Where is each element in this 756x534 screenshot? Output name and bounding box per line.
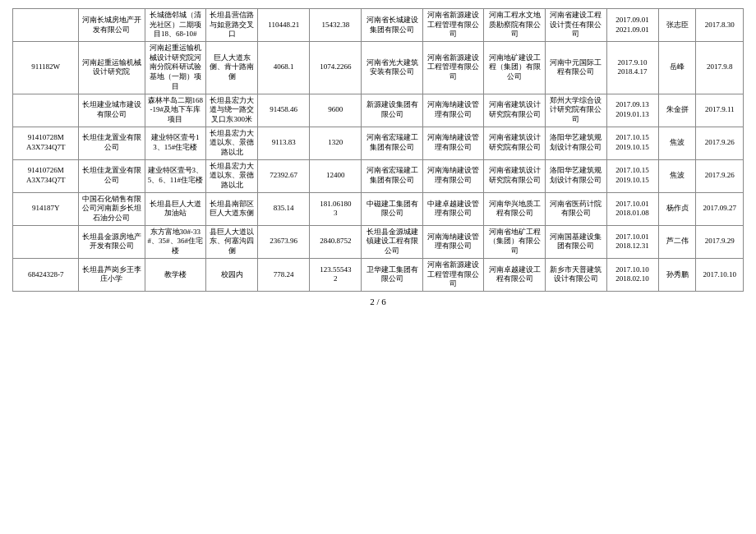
table-cell: 校园内 bbox=[206, 258, 258, 291]
table-cell: 建业特区壹号3、5、6、11#住宅楼 bbox=[145, 159, 206, 192]
table-cell: 911182W bbox=[13, 42, 79, 94]
table-cell: 2017.10.01 2018.01.08 bbox=[606, 192, 658, 225]
table-cell: 长坦县宏力大道与绕一路交叉口东300米 bbox=[206, 94, 258, 127]
table-cell bbox=[13, 9, 79, 42]
table-cell: 巨人大道东侧、肯十路南侧 bbox=[206, 42, 258, 94]
table-cell: 长坦县金源城建镇建设工程有限公司 bbox=[362, 225, 423, 258]
table-cell: 中建卓越建设管理有限公司 bbox=[422, 192, 484, 225]
table-row: 914187Y中国石化销售有限公司河南新乡长坦石油分公司长坦县巨人大道加油站长坦… bbox=[13, 192, 744, 225]
table-cell: 森林半岛二期168-19#及地下车库项目 bbox=[145, 94, 206, 127]
table-cell: 河南华兴地质工程有限公司 bbox=[484, 192, 546, 225]
table-cell: 河南工程水文地质勘察院有限公司 bbox=[484, 9, 546, 42]
table-cell: 2840.8752 bbox=[310, 225, 362, 258]
table-cell: 72392.67 bbox=[258, 159, 310, 192]
table-cell: 长坦佳龙置业有限公司 bbox=[79, 127, 145, 159]
table-cell: 长坦县宏力大道以东、景德路以北 bbox=[206, 159, 258, 192]
table-cell: 河南卓越建设工程有限公司 bbox=[484, 258, 546, 291]
table-row: 911182W河南起重运输机械设计研究院河南起重运输机械设计研究院河南分院科研试… bbox=[13, 42, 744, 94]
table-cell: 河南省新源建设工程管理有限公司 bbox=[422, 42, 484, 94]
page-container: 河南长城房地产开发有限公司长城德邻城（清光社区）二期项目18、68-10#长坦县… bbox=[0, 0, 756, 534]
table-cell: 县巨人大道以东、何塞沟四侧 bbox=[206, 225, 258, 258]
table-cell: 835.14 bbox=[258, 192, 310, 225]
table-cell: 长坦佳龙置业有限公司 bbox=[79, 159, 145, 192]
table-cell: 河南起重运输机械设计研究院河南分院科研试验基地（一期）项目 bbox=[145, 42, 206, 94]
table-cell: 长坦县宏力大道以东、景德路以北 bbox=[206, 127, 258, 159]
table-cell: 2017.9.29 bbox=[696, 225, 744, 258]
table-cell: 778.24 bbox=[258, 258, 310, 291]
table-row: 68424328-7长坦县芦岗乡王李庄小学教学楼校园内778.24123.555… bbox=[13, 258, 744, 291]
table-cell: 4068.1 bbox=[258, 42, 310, 94]
table-cell: 2017.9.26 bbox=[696, 127, 744, 159]
table-cell: 中国石化销售有限公司河南新乡长坦石油分公司 bbox=[79, 192, 145, 225]
table-cell: 91410726M A3X734Q7T bbox=[13, 159, 79, 192]
table-cell: 河南省建筑设计研究院有限公司 bbox=[484, 127, 546, 159]
table-cell: 91458.46 bbox=[258, 94, 310, 127]
table-cell: 张志臣 bbox=[658, 9, 696, 42]
table-cell: 长坦建业城市建设有限公司 bbox=[79, 94, 145, 127]
table-cell: 焦波 bbox=[658, 127, 696, 159]
table-cell: 110448.21 bbox=[258, 9, 310, 42]
table-cell: 岳峰 bbox=[658, 42, 696, 94]
table-cell: 长坦县金源房地产开发有限公司 bbox=[79, 225, 145, 258]
table-row: 河南长城房地产开发有限公司长城德邻城（清光社区）二期项目18、68-10#长坦县… bbox=[13, 9, 744, 42]
table-cell: 2017.9.10 2018.4.17 bbox=[606, 42, 658, 94]
table-cell: 河南省建筑设计研究院有限公司 bbox=[484, 159, 546, 192]
table-cell: 河南省长城建设集团有限公司 bbox=[362, 9, 423, 42]
table-cell: 91410728M A3X734Q7T bbox=[13, 127, 79, 159]
table-cell: 焦波 bbox=[658, 159, 696, 192]
table-cell: 长坦县芦岗乡王李庄小学 bbox=[79, 258, 145, 291]
table-cell: 长坦县南部区巨人大道东侧 bbox=[206, 192, 258, 225]
table-cell: 河南省医药计院有限公司 bbox=[545, 192, 606, 225]
table-cell: 2017.10.15 2019.10.15 bbox=[606, 159, 658, 192]
table-cell: 河南起重运输机械设计研究院 bbox=[79, 42, 145, 94]
table-cell: 914187Y bbox=[13, 192, 79, 225]
table-cell: 河南海纳建设管理有限公司 bbox=[422, 127, 484, 159]
table-row: 91410728M A3X734Q7T长坦佳龙置业有限公司建业特区壹号13、15… bbox=[13, 127, 744, 159]
table-cell: 孙秀鹏 bbox=[658, 258, 696, 291]
table-cell: 2017.8.30 bbox=[696, 9, 744, 42]
table-cell: 长坦县巨人大道加油站 bbox=[145, 192, 206, 225]
table-cell bbox=[13, 94, 79, 127]
table-cell: 2017.09.13 2019.01.13 bbox=[606, 94, 658, 127]
table-cell: 河南省新源建设工程管理有限公司 bbox=[422, 9, 484, 42]
table-cell: 河南长城房地产开发有限公司 bbox=[79, 9, 145, 42]
table-cell: 2017.09.01 2021.09.01 bbox=[606, 9, 658, 42]
table-cell: 河南省建筑设计研究院有限公司 bbox=[484, 94, 546, 127]
table-cell: 教学楼 bbox=[145, 258, 206, 291]
table-cell: 芦二伟 bbox=[658, 225, 696, 258]
table-cell: 河南海纳建设管理有限公司 bbox=[422, 225, 484, 258]
table-cell: 23673.96 bbox=[258, 225, 310, 258]
table-cell: 河南中元国际工程有限公司 bbox=[545, 42, 606, 94]
table-cell: 1320 bbox=[310, 127, 362, 159]
table-cell: 123.55543 2 bbox=[310, 258, 362, 291]
table-cell: 9113.83 bbox=[258, 127, 310, 159]
table-cell: 2017.10.01 2018.12.31 bbox=[606, 225, 658, 258]
table-cell: 河南国基建设集团有限公司 bbox=[545, 225, 606, 258]
table-cell: 2017.10.10 bbox=[696, 258, 744, 291]
table-cell: 68424328-7 bbox=[13, 258, 79, 291]
table-cell: 洛阳华艺建筑规划设计有限公司 bbox=[545, 127, 606, 159]
table-cell: 2017.10.10 2018.02.10 bbox=[606, 258, 658, 291]
table-cell bbox=[13, 225, 79, 258]
table-cell: 东方富地30#-33#、35#、36#住宅楼 bbox=[145, 225, 206, 258]
main-table: 河南长城房地产开发有限公司长城德邻城（清光社区）二期项目18、68-10#长坦县… bbox=[12, 8, 744, 292]
table-cell: 朱金拼 bbox=[658, 94, 696, 127]
table-row: 91410726M A3X734Q7T长坦佳龙置业有限公司建业特区壹号3、5、6… bbox=[13, 159, 744, 192]
table-cell: 新乡市天普建筑设计有限公司 bbox=[545, 258, 606, 291]
table-cell: 长坦县营信路与如意路交叉口 bbox=[206, 9, 258, 42]
table-cell: 河南海纳建设管理有限公司 bbox=[422, 159, 484, 192]
table-cell: 2017.09.27 bbox=[696, 192, 744, 225]
table-cell: 河南省新源建设工程管理有限公司 bbox=[422, 258, 484, 291]
table-cell: 郑州大学综合设计研究院有限公司 bbox=[545, 94, 606, 127]
table-row: 长坦县金源房地产开发有限公司东方富地30#-33#、35#、36#住宅楼县巨人大… bbox=[13, 225, 744, 258]
page-number: 2 / 6 bbox=[370, 297, 386, 306]
table-row: 长坦建业城市建设有限公司森林半岛二期168-19#及地下车库项目长坦县宏力大道与… bbox=[13, 94, 744, 127]
table-cell: 杨作贞 bbox=[658, 192, 696, 225]
table-cell: 河南省光大建筑安装有限公司 bbox=[362, 42, 423, 94]
table-cell: 1074.2266 bbox=[310, 42, 362, 94]
table-cell: 洛阳华艺建筑规划设计有限公司 bbox=[545, 159, 606, 192]
table-cell: 新源建设集团有限公司 bbox=[362, 94, 423, 127]
table-cell: 河南地矿建设工程（集团）有限公司 bbox=[484, 42, 546, 94]
table-cell: 2017.9.26 bbox=[696, 159, 744, 192]
table-cell: 河南省地矿工程（集团）有限公司 bbox=[484, 225, 546, 258]
